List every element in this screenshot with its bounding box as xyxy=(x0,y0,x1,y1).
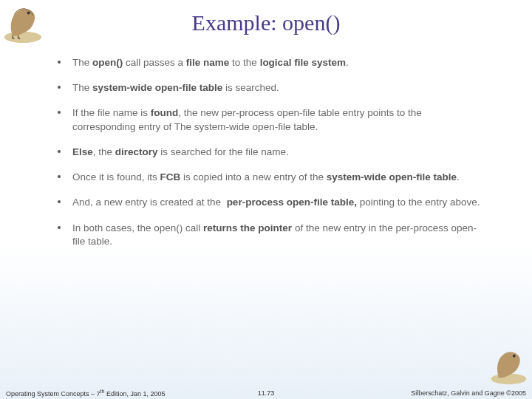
bullet-dot-icon xyxy=(58,86,61,89)
footer-left: Operating System Concepts – 7th Edition,… xyxy=(6,389,165,398)
bullet-text: And, a new entry is created at the per-p… xyxy=(72,196,480,209)
bullet-item: Once it is found, its FCB is copied into… xyxy=(58,171,488,184)
bullet-dot-icon xyxy=(58,175,61,178)
svg-point-1 xyxy=(27,12,30,15)
slide-content: The open() call passes a file name to th… xyxy=(0,35,532,248)
bullet-item: If the file name is found, the new per-p… xyxy=(58,106,488,133)
bullet-item: The open() call passes a file name to th… xyxy=(58,56,488,69)
bullet-item: And, a new entry is created at the per-p… xyxy=(58,196,488,209)
dinosaur-logo-bottom xyxy=(488,345,529,386)
bullet-item: Else, the directory is searched for the … xyxy=(58,146,488,159)
bullet-dot-icon xyxy=(58,111,61,114)
bullet-item: In both cases, the open() call returns t… xyxy=(58,222,488,248)
bullet-text: If the file name is found, the new per-p… xyxy=(72,106,488,133)
bullet-item: The system-wide open-file table is searc… xyxy=(58,81,488,95)
bullet-text: The open() call passes a file name to th… xyxy=(72,56,349,69)
bullet-dot-icon xyxy=(58,226,61,229)
bullet-text: The system-wide open-file table is searc… xyxy=(72,81,279,95)
footer-page-number: 11.73 xyxy=(258,389,275,397)
bullet-text: Else, the directory is searched for the … xyxy=(72,146,289,159)
footer-right: Silberschatz, Galvin and Gagne ©2005 xyxy=(411,389,526,397)
bullet-text: In both cases, the open() call returns t… xyxy=(72,222,488,248)
bullet-dot-icon xyxy=(58,150,61,153)
slide-title: Example: open() xyxy=(0,0,532,35)
bullet-dot-icon xyxy=(58,61,61,64)
bullet-dot-icon xyxy=(58,200,61,203)
bullet-text: Once it is found, its FCB is copied into… xyxy=(72,171,460,184)
slide-footer: Operating System Concepts – 7th Edition,… xyxy=(0,387,532,399)
svg-point-3 xyxy=(513,355,516,358)
dinosaur-logo-top xyxy=(1,1,44,44)
